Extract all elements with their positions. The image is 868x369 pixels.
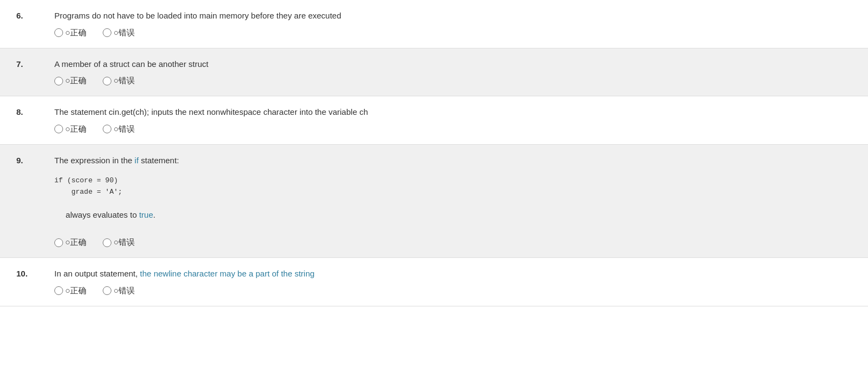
radio-wrong-6[interactable] [103,28,111,37]
question-6: 6. Programs do not have to be loaded int… [0,0,868,48]
options-8: ○正确 ○错误 [54,124,852,134]
radio-wrong-9[interactable] [103,238,111,247]
options-9: ○正确 ○错误 [54,237,852,248]
question-8: 8. The statement cin.get(ch); inputs the… [0,96,868,145]
option-wrong-10[interactable]: ○错误 [103,286,135,296]
option-wrong-9[interactable]: ○错误 [103,237,135,248]
question-content-9: The expression in the if statement: if (… [54,155,852,248]
option-wrong-8[interactable]: ○错误 [103,124,135,134]
radio-wrong-8[interactable] [103,125,111,133]
question-content-6: Programs do not have to be loaded into m… [54,10,852,38]
option-correct-6[interactable]: ○正确 [54,28,86,38]
radio-correct-6[interactable] [54,28,63,37]
radio-correct-7[interactable] [54,77,63,85]
radio-correct-8[interactable] [54,125,63,133]
if-keyword: if [135,156,139,165]
radio-correct-9[interactable] [54,238,63,247]
option-correct-8[interactable]: ○正确 [54,124,86,134]
option-correct-9[interactable]: ○正确 [54,237,86,248]
question-text-10: In an output statement, the newline char… [54,268,852,280]
question-9: 9. The expression in the if statement: i… [0,145,868,259]
question-content-7: A member of a struct can be another stru… [54,58,852,87]
true-keyword: true [139,210,153,219]
option-wrong-6[interactable]: ○错误 [103,28,135,38]
highlight-text-10: the newline character may be a part of t… [140,269,315,278]
question-content-8: The statement cin.get(ch); inputs the ne… [54,106,852,134]
question-number-10: 10. [16,268,54,296]
question-number-8: 8. [16,106,54,134]
options-7: ○正确 ○错误 [54,76,852,86]
question-10: 10. In an output statement, the newline … [0,258,868,306]
radio-wrong-7[interactable] [103,77,111,85]
option-correct-10[interactable]: ○正确 [54,286,86,296]
code-block-9: if (score = 90) grade = 'A'; [54,172,852,201]
question-text-9b: always evaluates to true. [54,209,852,222]
question-content-10: In an output statement, the newline char… [54,268,852,296]
question-text-9: The expression in the if statement: [54,155,852,167]
question-number-6: 6. [16,10,54,38]
option-correct-7[interactable]: ○正确 [54,76,86,86]
radio-wrong-10[interactable] [103,286,111,295]
options-10: ○正确 ○错误 [54,286,852,296]
radio-correct-10[interactable] [54,286,63,295]
question-7: 7. A member of a struct can be another s… [0,48,868,97]
option-wrong-7[interactable]: ○错误 [103,76,135,86]
question-number-9: 9. [16,155,54,248]
question-number-7: 7. [16,58,54,87]
question-text-8: The statement cin.get(ch); inputs the ne… [54,106,852,119]
question-text-6: Programs do not have to be loaded into m… [54,10,852,22]
options-6: ○正确 ○错误 [54,28,852,38]
question-text-7: A member of a struct can be another stru… [54,58,852,71]
